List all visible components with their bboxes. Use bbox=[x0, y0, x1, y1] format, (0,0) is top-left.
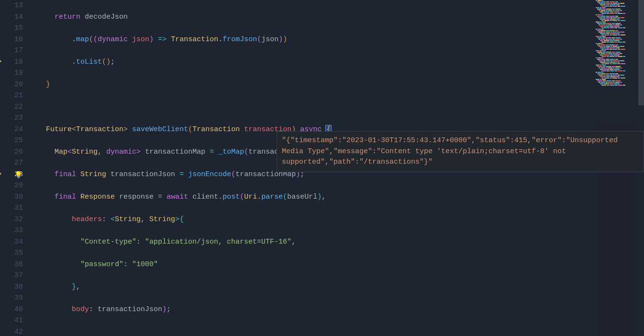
line-number: 38 bbox=[0, 281, 23, 293]
line-number: 24 bbox=[0, 124, 23, 135]
line-number-gutter[interactable]: 13 14 15 16 17 18 19 20 21 22 23 24 25 2… bbox=[0, 0, 33, 336]
line-number: 33 bbox=[0, 225, 23, 236]
debug-value-tooltip: "{"timestamp":"2023-01-30T17:55:43.147+0… bbox=[277, 131, 644, 172]
line-number: 40 bbox=[0, 304, 23, 315]
code-line[interactable] bbox=[37, 101, 644, 113]
code-line[interactable]: body: transactionJson); bbox=[37, 304, 644, 315]
line-number: 22 bbox=[0, 101, 23, 113]
line-number: 39 bbox=[0, 292, 23, 304]
line-number: 18 bbox=[0, 56, 23, 68]
code-line[interactable]: .map((dynamic json) => Transaction.fromJ… bbox=[37, 34, 644, 45]
line-number: 25 bbox=[0, 135, 23, 146]
scrollbar-thumb[interactable] bbox=[638, 0, 644, 105]
code-line[interactable] bbox=[37, 326, 644, 336]
line-number: 13 bbox=[0, 0, 23, 11]
line-number: 19 bbox=[0, 67, 23, 79]
line-number: 30 bbox=[0, 191, 23, 203]
code-line[interactable]: headers: <String, String>{ bbox=[37, 214, 644, 225]
line-number: 29 bbox=[0, 180, 23, 191]
line-number: 21 bbox=[0, 90, 23, 101]
code-line[interactable]: return decodeJson bbox=[37, 11, 644, 23]
line-number: 34 bbox=[0, 236, 23, 248]
line-number: 27 bbox=[0, 157, 23, 169]
code-line[interactable]: "Contet-type": "application/json, charse… bbox=[37, 236, 644, 248]
code-area[interactable]: return decodeJson .map((dynamic json) =>… bbox=[33, 0, 644, 336]
code-line[interactable]: }, bbox=[37, 281, 644, 293]
breakpoint-marker-icon[interactable] bbox=[0, 58, 1, 65]
code-editor[interactable]: 13 14 15 16 17 18 19 20 21 22 23 24 25 2… bbox=[0, 0, 644, 336]
line-number: 14 bbox=[0, 11, 23, 23]
debug-value-text: "{"timestamp":"2023-01-30T17:55:43.147+0… bbox=[282, 136, 618, 166]
execution-pointer-icon bbox=[0, 170, 1, 177]
line-number: 36 bbox=[0, 259, 23, 270]
line-number: 💡 28 bbox=[0, 169, 23, 180]
line-number: 17 bbox=[0, 45, 23, 56]
line-number: 35 bbox=[0, 247, 23, 259]
code-line[interactable]: } bbox=[37, 79, 644, 90]
line-number: 32 bbox=[0, 214, 23, 225]
code-line[interactable]: final Response response = await client.p… bbox=[37, 191, 644, 203]
line-number: 37 bbox=[0, 270, 23, 281]
lightbulb-icon[interactable]: 💡 bbox=[14, 170, 22, 181]
line-number: 23 bbox=[0, 112, 23, 124]
line-number: 31 bbox=[0, 202, 23, 214]
line-number: 41 bbox=[0, 315, 23, 326]
line-number: 20 bbox=[0, 79, 23, 90]
line-number: 26 bbox=[0, 146, 23, 158]
line-number: 16 bbox=[0, 34, 23, 45]
line-number: 42 bbox=[0, 326, 23, 336]
code-line[interactable]: "password": "1000" bbox=[37, 259, 644, 270]
code-line[interactable]: .toList(); bbox=[37, 56, 644, 68]
line-number: 15 bbox=[0, 22, 23, 34]
